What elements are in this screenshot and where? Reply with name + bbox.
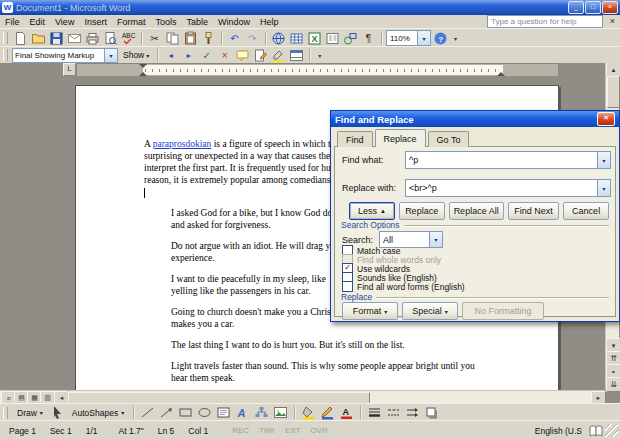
new-document-icon[interactable]	[12, 31, 29, 46]
menu-tools[interactable]: Tools	[150, 15, 181, 28]
close-button[interactable]: ×	[602, 1, 618, 14]
copy-icon[interactable]	[164, 31, 181, 46]
line-icon[interactable]	[139, 405, 156, 420]
zoom-select[interactable]: 110% ▾	[386, 30, 431, 46]
language-indicator[interactable]: English (U.S	[528, 426, 589, 436]
find-replace-dialog[interactable]: Find and Replace × Find Replace Go To Fi…	[330, 110, 620, 322]
track-changes-icon[interactable]	[252, 48, 269, 63]
resize-grip[interactable]	[605, 424, 618, 437]
reviewing-pane-icon[interactable]	[288, 48, 305, 63]
dash-style-icon[interactable]	[385, 405, 402, 420]
previous-change-icon[interactable]: ◄	[162, 48, 179, 63]
rectangle-icon[interactable]	[177, 405, 194, 420]
fill-color-icon[interactable]	[300, 405, 317, 420]
wordart-icon[interactable]: A	[234, 405, 251, 420]
tab-goto[interactable]: Go To	[428, 131, 470, 147]
cut-icon[interactable]: ✂	[146, 31, 163, 46]
toolbar-grip[interactable]	[3, 407, 8, 419]
shadow-style-icon[interactable]	[423, 405, 440, 420]
word-forms-checkbox[interactable]: Find all word forms (English)	[342, 281, 465, 292]
horizontal-ruler[interactable]	[76, 63, 559, 77]
menu-window[interactable]: Window	[213, 15, 255, 28]
checkbox-icon[interactable]	[342, 281, 353, 292]
line-style-icon[interactable]	[366, 405, 383, 420]
horizontal-scrollbar[interactable]: ≡ ▤ ▦ ▥ ◄ ►	[0, 390, 605, 404]
menu-table[interactable]: Table	[181, 15, 213, 28]
tab-replace[interactable]: Replace	[375, 129, 426, 147]
draw-menu-button[interactable]: Draw ▾	[13, 406, 47, 420]
select-objects-icon[interactable]	[49, 405, 66, 420]
maximize-button[interactable]: □	[585, 1, 601, 14]
toolbar-grip[interactable]	[3, 32, 8, 44]
insert-table-icon[interactable]	[288, 31, 305, 46]
menu-file[interactable]: File	[0, 15, 25, 28]
next-change-icon[interactable]: ►	[180, 48, 197, 63]
autoshapes-menu-button[interactable]: AutoShapes ▾	[68, 406, 128, 420]
format-painter-icon[interactable]	[200, 31, 217, 46]
paste-icon[interactable]	[182, 31, 199, 46]
show-menu-button[interactable]: Show ▾	[119, 48, 153, 62]
arrow-icon[interactable]	[158, 405, 175, 420]
insert-excel-icon[interactable]: X	[306, 31, 323, 46]
track-changes-toggle[interactable]: TRK	[254, 426, 280, 435]
show-hide-icon[interactable]: ¶	[360, 31, 377, 46]
insert-comment-icon[interactable]	[234, 48, 251, 63]
open-folder-icon[interactable]	[30, 31, 47, 46]
replace-button[interactable]: Replace	[399, 202, 445, 220]
help-icon[interactable]: ?	[432, 31, 449, 46]
find-what-input[interactable]: ^p ▾	[405, 151, 611, 169]
paraprosdokian-link[interactable]: paraprosdokian	[153, 139, 212, 149]
display-for-review-select[interactable]: Final Showing Markup ▾	[12, 48, 118, 63]
dialog-title-bar[interactable]: Find and Replace ×	[331, 111, 619, 127]
print-preview-icon[interactable]	[102, 31, 119, 46]
question-help-input[interactable]: Type a question for help	[487, 15, 603, 28]
next-page-button[interactable]: ⇊	[606, 377, 620, 392]
extend-selection-toggle[interactable]: EXT	[280, 426, 306, 435]
text-box-icon[interactable]	[215, 405, 232, 420]
overtype-toggle[interactable]: OVR	[306, 426, 333, 435]
oval-icon[interactable]	[196, 405, 213, 420]
record-macro-toggle[interactable]: REC	[227, 426, 254, 435]
tab-find[interactable]: Find	[337, 131, 373, 147]
chevron-down-icon[interactable]: ▾	[417, 31, 430, 45]
chevron-down-icon[interactable]: ▾	[597, 152, 610, 168]
cancel-button[interactable]: Cancel	[563, 202, 609, 220]
dialog-close-button[interactable]: ×	[597, 112, 615, 126]
replace-all-button[interactable]: Replace All	[449, 202, 504, 220]
chevron-down-icon[interactable]: ▾	[429, 232, 442, 247]
undo-icon[interactable]: ↶	[226, 31, 243, 46]
insert-hyperlink-icon[interactable]	[270, 31, 287, 46]
vertical-scroll-thumb[interactable]	[607, 76, 620, 108]
special-button[interactable]: Special▾	[402, 302, 458, 320]
spelling-icon[interactable]: ABC	[120, 31, 137, 46]
toolbar-options-icon[interactable]: ▾	[450, 31, 461, 46]
format-button[interactable]: Format▾	[342, 302, 398, 320]
title-bar[interactable]: W Document1 - Microsoft Word _ □ ×	[0, 0, 620, 15]
reject-change-icon[interactable]: ×	[216, 48, 233, 63]
font-color-icon[interactable]: A	[338, 405, 355, 420]
menu-insert[interactable]: Insert	[79, 15, 112, 28]
drawing-icon[interactable]	[342, 31, 359, 46]
minimize-button[interactable]: _	[568, 1, 584, 14]
menu-view[interactable]: View	[50, 15, 79, 28]
diagram-icon[interactable]	[253, 405, 270, 420]
toolbar-grip[interactable]	[3, 49, 8, 61]
highlight-icon[interactable]	[270, 48, 287, 63]
redo-icon[interactable]: ↷	[244, 31, 261, 46]
toolbar-options-icon[interactable]: ▾	[314, 48, 325, 63]
save-icon[interactable]	[48, 31, 65, 46]
close-document-icon[interactable]: ×	[607, 16, 618, 27]
replace-with-input[interactable]: <br>^p ▾	[405, 179, 611, 197]
chevron-down-icon[interactable]: ▾	[104, 49, 117, 62]
menu-help[interactable]: Help	[255, 15, 284, 28]
menu-format[interactable]: Format	[112, 15, 151, 28]
arrow-style-icon[interactable]	[404, 405, 421, 420]
tab-stop-selector[interactable]: L	[63, 63, 76, 76]
line-color-icon[interactable]	[319, 405, 336, 420]
print-icon[interactable]	[84, 31, 101, 46]
scroll-up-button[interactable]: ▲	[606, 62, 620, 77]
first-line-indent-marker[interactable]	[139, 64, 147, 68]
no-formatting-button[interactable]: No Formatting	[462, 302, 544, 320]
less-button[interactable]: Less▲	[349, 202, 395, 220]
email-icon[interactable]	[66, 31, 83, 46]
